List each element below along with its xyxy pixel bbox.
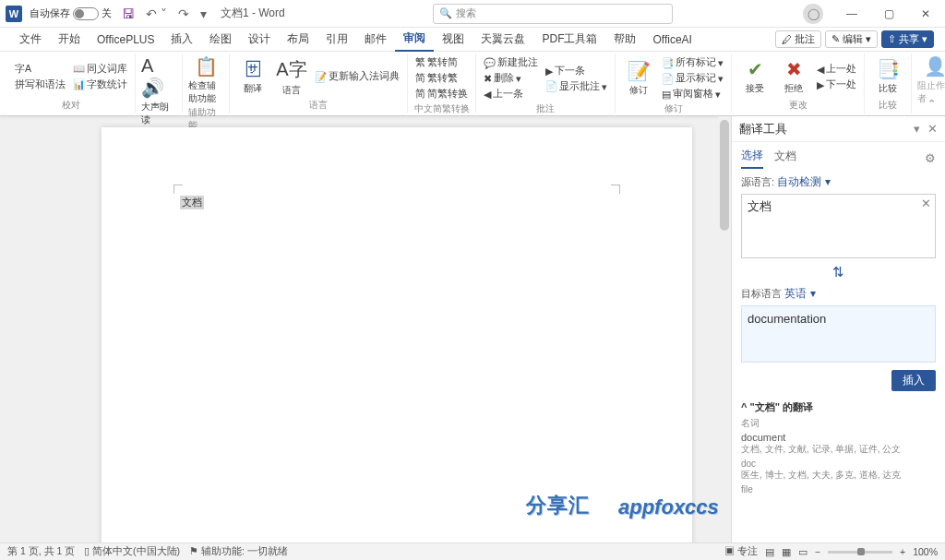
tab-tianyi[interactable]: 天翼云盘 bbox=[472, 28, 533, 51]
track-icon: 📝 bbox=[628, 60, 651, 82]
zoom-in-button[interactable]: + bbox=[900, 546, 905, 557]
tab-insert[interactable]: 插入 bbox=[162, 28, 201, 51]
markup-dropdown[interactable]: 📑 所有标记 ▾ bbox=[660, 55, 725, 70]
tab-mailings[interactable]: 邮件 bbox=[356, 28, 395, 51]
tab-pdftools[interactable]: PDF工具箱 bbox=[533, 28, 605, 51]
prev-change-button[interactable]: ◀ 上一处 bbox=[815, 62, 858, 77]
autosave-label: 自动保存 bbox=[30, 6, 70, 20]
tab-officeplus[interactable]: OfficePLUS bbox=[89, 30, 162, 50]
target-text: documentation bbox=[748, 312, 826, 326]
panel-dropdown-icon[interactable]: ▾ bbox=[914, 122, 920, 136]
font-check-button[interactable]: 字A bbox=[13, 62, 67, 77]
autosave-toggle[interactable]: 自动保存 关 bbox=[30, 6, 112, 20]
maximize-button[interactable]: ▢ bbox=[875, 2, 903, 26]
dict-entry-1-back: 文档, 文件, 文献, 记录, 单据, 证件, 公文 bbox=[741, 443, 936, 456]
save-icon[interactable]: 🖫 bbox=[119, 5, 138, 23]
thesaurus-button[interactable]: 📖 同义词库 bbox=[71, 62, 129, 77]
dict-entry-1-word[interactable]: document bbox=[741, 432, 936, 443]
ribbon: 字A 拼写和语法 📖 同义词库 📊 字数统计 校对 A🔊大声朗读 语音 📋检查辅… bbox=[0, 52, 945, 116]
close-button[interactable]: ✕ bbox=[912, 2, 939, 26]
dict-entry-2-word[interactable]: doc bbox=[741, 459, 936, 469]
collapse-ribbon-icon[interactable]: ⌃ bbox=[927, 98, 936, 110]
selected-text[interactable]: 文档 bbox=[180, 196, 204, 209]
accept-button[interactable]: ✔接受 bbox=[737, 58, 772, 95]
tab-review[interactable]: 审阅 bbox=[395, 27, 434, 52]
tab-view[interactable]: 视图 bbox=[434, 28, 472, 51]
accessibility-indicator[interactable]: ⚑ 辅助功能: 一切就绪 bbox=[189, 545, 288, 558]
tab-home[interactable]: 开始 bbox=[50, 28, 89, 51]
delete-comment-button[interactable]: ✖ 删除 ▾ bbox=[482, 71, 540, 86]
speaker-icon: A🔊 bbox=[141, 55, 176, 99]
source-lang-label: 源语言: bbox=[741, 176, 774, 187]
source-text: 文档 bbox=[748, 199, 772, 213]
translator-panel: 翻译工具 ▾ ✕ 选择 文档 ⚙ 源语言: 自动检测 ▾ 文档 ✕ ⇅ 目标语言… bbox=[731, 116, 945, 542]
trad-to-simp-button[interactable]: 简 繁转繁 bbox=[413, 71, 470, 86]
simptrad-convert-button[interactable]: 简 简繁转换 bbox=[413, 87, 470, 101]
redo-icon[interactable]: ↷ bbox=[175, 5, 192, 23]
target-lang-dropdown[interactable]: 英语 ▾ bbox=[784, 287, 815, 300]
next-change-button[interactable]: ▶ 下一处 bbox=[815, 77, 858, 92]
tab-references[interactable]: 引用 bbox=[317, 28, 356, 51]
panel-tab-document[interactable]: 文档 bbox=[774, 149, 796, 168]
insert-button[interactable]: 插入 bbox=[891, 370, 936, 391]
comments-button[interactable]: 🖊 批注 bbox=[775, 30, 821, 48]
swap-languages-button[interactable]: ⇅ bbox=[741, 262, 936, 282]
language-indicator[interactable]: ▯ 简体中文(中国大陆) bbox=[84, 545, 180, 558]
next-comment-button[interactable]: ▶ 下一条 bbox=[544, 64, 609, 78]
view-print-icon[interactable]: ▤ bbox=[765, 546, 774, 557]
reject-button[interactable]: ✖拒绝 bbox=[776, 58, 811, 95]
share-button[interactable]: ⇧ 共享 ▾ bbox=[881, 30, 934, 48]
group-label: 校对 bbox=[62, 98, 80, 112]
tab-design[interactable]: 设计 bbox=[240, 28, 279, 51]
panel-tab-selection[interactable]: 选择 bbox=[741, 148, 763, 169]
view-read-icon[interactable]: ▭ bbox=[798, 546, 807, 557]
check-accessibility-button[interactable]: 📋检查辅助功能 bbox=[188, 55, 223, 105]
qat-more-icon[interactable]: ▾ bbox=[197, 5, 209, 23]
margin-marker-tl bbox=[173, 185, 183, 194]
wordcount-button[interactable]: 📊 字数统计 bbox=[71, 77, 129, 92]
translate-button[interactable]: 🈂翻译 bbox=[235, 59, 270, 95]
editing-mode-button[interactable]: ✎ 编辑 ▾ bbox=[825, 30, 878, 48]
minimize-button[interactable]: — bbox=[838, 2, 866, 26]
source-lang-dropdown[interactable]: 自动检测 ▾ bbox=[777, 175, 830, 188]
zoom-value[interactable]: 100% bbox=[913, 546, 938, 557]
update-ime-button[interactable]: 📝 更新输入法词典 bbox=[313, 69, 401, 84]
focus-mode-button[interactable]: ▣ 专注 bbox=[724, 545, 758, 558]
group-speech: A🔊大声朗读 语音 bbox=[136, 54, 183, 113]
reject-icon: ✖ bbox=[786, 58, 802, 80]
spelling-button[interactable]: 拼写和语法 bbox=[13, 77, 67, 92]
zoom-out-button[interactable]: − bbox=[815, 546, 820, 557]
panel-settings-icon[interactable]: ⚙ bbox=[925, 151, 936, 165]
dict-entry-3-word[interactable]: file bbox=[741, 484, 936, 494]
document-page[interactable]: 文档 bbox=[102, 127, 692, 542]
language-button[interactable]: A字语言 bbox=[274, 57, 309, 97]
compare-button[interactable]: 📑比较 bbox=[870, 58, 905, 95]
zoom-slider[interactable] bbox=[828, 551, 892, 554]
search-box[interactable]: 🔍 搜索 bbox=[433, 4, 673, 24]
tab-help[interactable]: 帮助 bbox=[605, 28, 644, 51]
source-text-box[interactable]: 文档 ✕ bbox=[741, 194, 936, 258]
reviewing-pane-button[interactable]: ▤ 审阅窗格 ▾ bbox=[660, 87, 725, 101]
clear-source-icon[interactable]: ✕ bbox=[921, 197, 931, 210]
simp-to-trad-button[interactable]: 繁 繁转简 bbox=[413, 55, 470, 70]
new-comment-button[interactable]: 💬 新建批注 bbox=[482, 55, 540, 70]
undo-icon[interactable]: ↶ ˅ bbox=[143, 5, 170, 23]
tab-draw[interactable]: 绘图 bbox=[201, 28, 240, 51]
document-scroll-area[interactable]: 文档 分享汇 appfoxccs.com bbox=[0, 116, 718, 542]
toggle-switch-icon[interactable] bbox=[73, 7, 99, 20]
tab-officeai[interactable]: OfficeAI bbox=[644, 30, 700, 50]
target-text-box[interactable]: documentation bbox=[741, 305, 936, 363]
tab-layout[interactable]: 布局 bbox=[279, 28, 317, 51]
view-web-icon[interactable]: ▦ bbox=[782, 546, 791, 557]
search-icon: 🔍 bbox=[439, 7, 452, 19]
show-markup-button[interactable]: 📄 显示标记 ▾ bbox=[660, 71, 725, 86]
panel-close-icon[interactable]: ✕ bbox=[927, 122, 938, 136]
page-indicator[interactable]: 第 1 页, 共 1 页 bbox=[7, 545, 75, 558]
vertical-scrollbar[interactable] bbox=[718, 116, 731, 542]
track-changes-button[interactable]: 📝修订 bbox=[621, 60, 656, 97]
tab-file[interactable]: 文件 bbox=[11, 28, 50, 51]
show-comments-button[interactable]: 📄 显示批注 ▾ bbox=[544, 79, 609, 94]
prev-comment-button[interactable]: ◀ 上一条 bbox=[482, 87, 540, 101]
search-placeholder: 搜索 bbox=[456, 6, 476, 20]
account-avatar[interactable]: ◯ bbox=[803, 4, 823, 24]
